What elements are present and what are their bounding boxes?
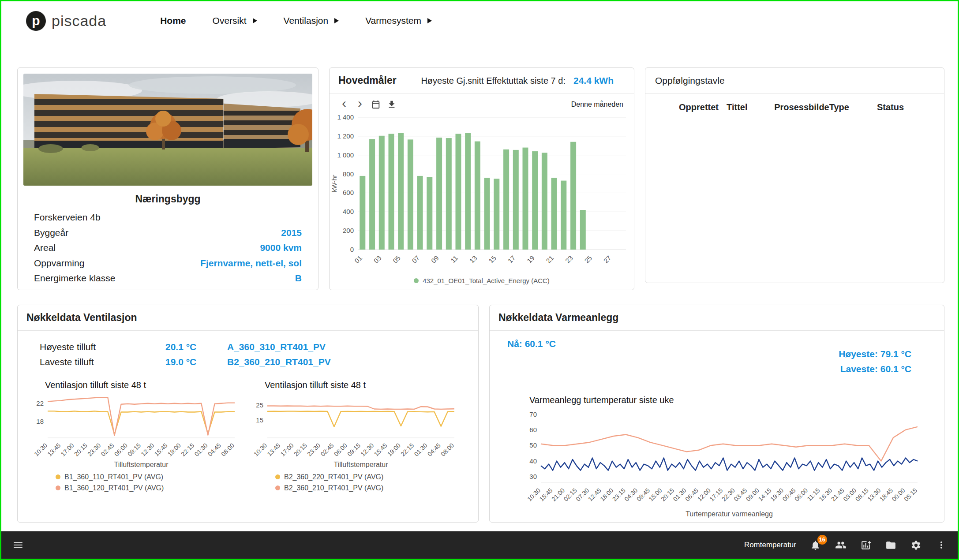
svg-text:06:00: 06:00 [333,442,348,458]
heat-line-chart[interactable]: 304050607010:3015:4521:0002:1507:3012:45… [520,406,925,520]
energy-bar-chart[interactable]: 02004006008001 0001 2001 400010305070911… [330,112,634,276]
svg-text:21:45: 21:45 [830,487,846,503]
svg-text:08:15: 08:15 [854,487,870,503]
svg-text:20:15: 20:15 [73,442,89,458]
next-period-icon[interactable]: › [352,98,367,111]
svg-text:07:30: 07:30 [574,487,590,503]
svg-text:03:45: 03:45 [732,487,748,503]
info-row-energimerke: Energimerke klasse B [34,271,302,286]
settings-gear-icon[interactable] [910,539,922,551]
vent-chart-block-1: Ventilasjon tilluft siste 48 t 182210:30… [28,380,248,493]
svg-text:20:15: 20:15 [659,487,675,503]
notification-badge: 16 [817,535,827,545]
svg-text:15: 15 [256,416,263,424]
svg-text:13:45: 13:45 [46,442,62,458]
svg-text:11:15: 11:15 [805,487,821,503]
svg-text:40: 40 [529,457,537,465]
vent-chart-title: Ventilasjon tilluft siste 48 t [265,380,468,390]
col-type: Type [829,102,877,112]
vent-tag-link[interactable]: B2_360_210_RT401_PV [227,355,478,370]
notifications-bell-icon[interactable]: 16 [809,539,821,551]
svg-text:01:30: 01:30 [412,442,428,458]
submenu-arrow-icon [334,18,339,23]
nav-label-home: Home [160,15,186,26]
vent-line-chart-2[interactable]: 152510:3013:4517:0020:1523:3002:4506:000… [248,393,461,470]
svg-text:50: 50 [529,441,537,449]
energy-legend: 432_01_OE01_Total_Active_Energy (ACC) [330,276,634,284]
svg-text:1 400: 1 400 [337,113,354,121]
nav-item-ventilasjon[interactable]: Ventilasjon [270,11,352,30]
svg-text:25: 25 [256,401,263,409]
svg-text:17:15: 17:15 [708,487,724,503]
varmeanlegg-card: Nøkkeldata Varmeanlegg Nå: 60.1 °C Høyes… [489,305,944,523]
building-card: Næringsbygg Forskerveien 4b Byggeår 2015… [17,67,318,290]
svg-text:23: 23 [564,254,574,265]
svg-text:60: 60 [529,426,537,433]
nav-item-varmesystem[interactable]: Varmesystem [352,11,445,30]
varmeanlegg-body: Nå: 60.1 °C Høyeste: 79.1 °C Laveste: 60… [490,331,944,520]
svg-text:18:45: 18:45 [878,487,894,503]
svg-text:11: 11 [449,254,459,264]
svg-text:00:45: 00:45 [781,487,797,503]
svg-text:16:30: 16:30 [817,487,833,503]
svg-text:12:45: 12:45 [587,487,603,503]
piscada-logo[interactable]: p piscada [26,11,106,31]
hovedmaler-header: Hovedmåler Høyeste Gj.snitt Effektuttak … [330,68,634,93]
svg-text:27: 27 [602,254,613,265]
svg-text:1 200: 1 200 [337,132,354,140]
legend-item: B1_360_110_RT401_PV (AVG) [56,471,248,482]
svg-text:18:00: 18:00 [599,487,614,503]
svg-text:09:15: 09:15 [346,442,362,458]
nav-item-home[interactable]: Home [147,11,199,30]
vent-value: 19.0 °C [165,355,227,370]
svg-text:22:15: 22:15 [180,442,195,458]
vent-line-chart-1[interactable]: 182210:3013:4517:0020:1523:3002:4506:000… [28,393,242,470]
legend-dot-icon [56,474,60,479]
add-chart-icon[interactable] [860,539,872,551]
svg-text:12:30: 12:30 [139,442,155,458]
svg-text:08:00: 08:00 [220,442,236,458]
building-info: Forskerveien 4b Byggeår 2015 Areal 9000 … [23,210,312,286]
info-value: B [295,271,302,286]
building-photo-illustration [23,74,312,186]
romtemperatur-label[interactable]: Romtemperatur [744,541,796,549]
card-title: Hovedmåler [338,75,397,86]
nav-label-oversikt: Oversikt [213,15,247,26]
vent-row-hoyeste: Høyeste tilluft 20.1 °C A_360_310_RT401_… [40,340,478,355]
download-icon[interactable] [384,98,399,111]
svg-text:22:15: 22:15 [399,442,415,458]
overflow-menu-icon[interactable] [935,539,947,551]
svg-text:19:30: 19:30 [769,487,785,503]
period-label[interactable]: Denne måneden [571,101,623,108]
svg-text:06:00: 06:00 [793,487,809,503]
table-header: Opprettet Tittel Prosessbilde Type Statu… [645,94,944,121]
calendar-icon[interactable] [368,98,383,111]
ventilasjon-card: Nøkkeldata Ventilasjon Høyeste tilluft 2… [17,305,479,523]
hovedmaler-card: Hovedmåler Høyeste Gj.snitt Effektuttak … [329,67,634,290]
svg-text:22: 22 [36,399,44,407]
prev-period-icon[interactable]: ‹ [337,98,352,111]
vent-chart-block-2: Ventilasjon tilluft siste 48 t 152510:30… [248,380,468,493]
submenu-arrow-icon [253,18,257,23]
svg-text:21:00: 21:00 [550,487,566,503]
svg-text:600: 600 [343,189,354,196]
info-label: Areal [34,240,56,256]
legend-dot-icon [275,485,280,490]
svg-text:22:30: 22:30 [720,487,736,503]
users-icon[interactable] [835,539,847,551]
chart-toolbar: ‹ › Denne måneden [330,93,634,111]
legend-dot-icon [275,474,280,479]
nav-item-oversikt[interactable]: Oversikt [199,11,270,30]
building-address: Forskerveien 4b [34,210,101,225]
legend-label: B2_360_220_RT401_PV (AVG) [284,471,383,482]
svg-text:00:00: 00:00 [890,487,906,503]
vent-tag-link[interactable]: A_360_310_RT401_PV [227,340,478,355]
menu-icon[interactable] [12,539,24,551]
info-row-areal: Areal 9000 kvm [34,240,302,256]
folder-icon[interactable] [885,539,897,551]
svg-text:15:45: 15:45 [373,442,389,458]
svg-text:18: 18 [36,418,44,425]
col-status: Status [877,102,925,112]
card-title: Nøkkeldata Ventilasjon [18,305,478,331]
svg-text:15:45: 15:45 [538,487,554,503]
